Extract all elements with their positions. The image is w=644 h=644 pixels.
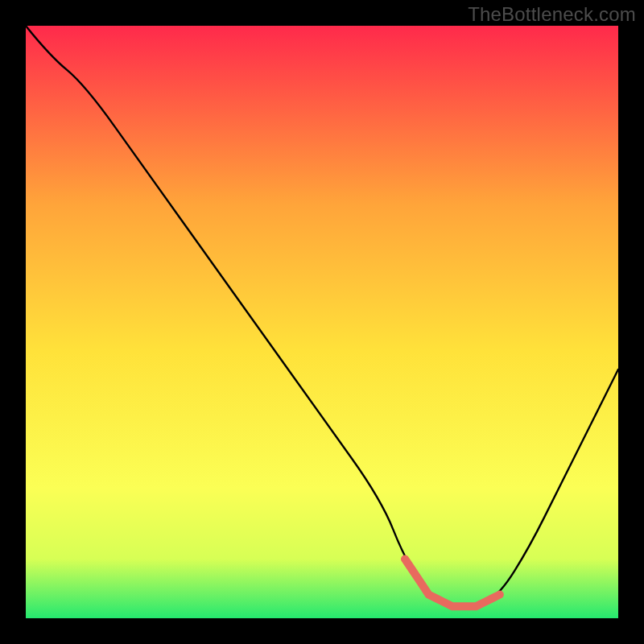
- chart-frame: TheBottleneck.com: [0, 0, 644, 644]
- bottleneck-curve-chart: [26, 26, 618, 618]
- gradient-background: [26, 26, 618, 618]
- watermark-text: TheBottleneck.com: [468, 3, 636, 26]
- plot-area: [26, 26, 618, 618]
